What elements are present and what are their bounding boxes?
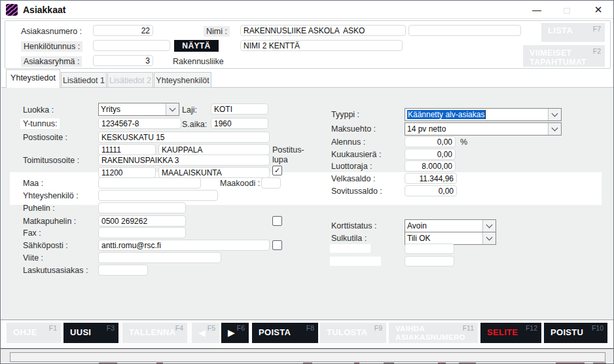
- maakoodi-input[interactable]: [261, 177, 281, 189]
- previous-record-button[interactable]: ◀F5: [192, 323, 219, 343]
- vaihda-asiakasnumero-button[interactable]: VAIHDA ASIAKASNUMEROF11: [389, 323, 478, 343]
- puhelin-label: Puhelin :: [23, 204, 55, 213]
- yhteyshenkilo-label: Yhteyshenkilö :: [23, 191, 79, 200]
- korttistatus-label: Korttistatus :: [331, 221, 376, 230]
- alennus-label: Alennus :: [331, 137, 365, 147]
- window-title: Asiakkaat: [23, 5, 65, 15]
- matkapuhelin-input[interactable]: 0500 269262: [98, 215, 186, 227]
- toimitusosoite-street-input[interactable]: RAKENNUSPAIKKA 3: [98, 155, 270, 166]
- lista-button[interactable]: LISTA F7: [541, 23, 605, 42]
- empty-label-placeholder: [330, 257, 381, 266]
- postituslupa-label: Postitus-lupa: [272, 145, 304, 165]
- henkilotunnus-label: Henkilötunnus :: [21, 41, 82, 52]
- luokka-select[interactable]: Yritys: [98, 103, 179, 116]
- viimeiset-tapahtumat-button[interactable]: VIIMEISET TAPAHTUMAT F2: [523, 45, 605, 67]
- viimeiset-button-label: VIIMEISET TAPAHTUMAT: [530, 48, 587, 67]
- postiosoite-label: Postiosoite :: [23, 133, 67, 142]
- kuukausiera-label: Kuukausierä :: [331, 150, 381, 159]
- customer-header-panel: Asiakasnumero : 22 Nimi : RAKENNUSLIIKE …: [5, 20, 611, 69]
- asiakasnumero-label: Asiakasnumero :: [21, 27, 82, 36]
- laji-label: Laji:: [182, 105, 197, 115]
- nimi-extra-input[interactable]: [408, 25, 521, 36]
- uusi-button[interactable]: UUSIF3: [63, 323, 118, 343]
- chevron-down-icon: [552, 111, 558, 117]
- sahkoposti-label: Sähköposti :: [23, 241, 68, 250]
- ytunnus-input[interactable]: 1234567-8: [98, 118, 181, 129]
- maximize-icon[interactable]: □: [554, 1, 579, 19]
- matkapuhelin-checkbox[interactable]: [272, 216, 282, 226]
- checkmark-icon: ✓: [274, 167, 280, 174]
- yhteyshenkilo-input[interactable]: [98, 190, 218, 201]
- matkapuhelin-label: Matkapuhelin :: [23, 217, 76, 226]
- asiakasryhma-input[interactable]: 3: [93, 55, 153, 66]
- maa-input[interactable]: [98, 177, 201, 189]
- saika-input[interactable]: 1960: [211, 118, 268, 129]
- extra-input-1[interactable]: [405, 244, 454, 254]
- selite-button[interactable]: SELITEF12: [480, 323, 541, 343]
- asiakasnumero-input[interactable]: 22: [93, 25, 153, 36]
- laji-input[interactable]: KOTI: [211, 103, 268, 115]
- fax-label: Fax :: [23, 228, 41, 238]
- tallenna-button[interactable]: TALLENNAF4: [122, 323, 187, 343]
- toimitusosoite-city-input[interactable]: MAALAISKUNTA: [158, 167, 270, 178]
- tab-yhteyshenkilot[interactable]: Yhteyshenkilöt: [154, 72, 211, 88]
- fkey-label: F2: [593, 47, 601, 55]
- sulkutila-label: Sulkutila :: [331, 234, 367, 243]
- velkasaldo-label: Velkasaldo :: [331, 174, 375, 183]
- henkilotunnus-input[interactable]: [93, 40, 170, 51]
- close-icon[interactable]: ✕: [586, 1, 611, 19]
- tab-lisatiedot-1[interactable]: Lisätiedot 1: [61, 72, 107, 88]
- tab-lisatiedot-2: Lisätiedot 2: [107, 72, 153, 88]
- alennus-input[interactable]: 0,00: [405, 136, 456, 147]
- toimitusosoite-label: Toimitusosoite :: [23, 156, 79, 165]
- postiosoite-city-input[interactable]: KAUPPALA: [158, 144, 270, 155]
- tab-yhteystiedot[interactable]: Yhteystiedot: [6, 69, 60, 88]
- viite-input[interactable]: [98, 252, 221, 263]
- poista-button[interactable]: POISTAF8: [252, 323, 318, 343]
- puhelin-input[interactable]: [98, 202, 186, 213]
- laskutusasiakas-input[interactable]: [98, 264, 148, 276]
- postiosoite-street-input[interactable]: KESKUSKATU 15: [98, 132, 270, 143]
- poistu-button[interactable]: POISTUF10: [544, 323, 607, 343]
- title-bar: Asiakkaat — □ ✕: [1, 1, 613, 19]
- maakoodi-label: Maakoodi :: [220, 179, 260, 188]
- nimi-input[interactable]: RAKENNUSLIIKE ASKOLA ASKO: [240, 25, 406, 36]
- asiakasryhma-name-label: Rakennusliike: [173, 57, 224, 66]
- luottoraja-label: Luottoraja :: [331, 162, 372, 171]
- sulkutila-select[interactable]: Tili OK: [405, 232, 496, 245]
- chevron-down-icon: [170, 105, 176, 112]
- fax-input[interactable]: [98, 227, 186, 238]
- korttistatus-select[interactable]: Avoin: [405, 219, 496, 232]
- nimi2-input[interactable]: NIMI 2 KENTTÄ: [240, 40, 403, 51]
- sovitussaldo-label: Sovitussaldo :: [331, 187, 382, 196]
- saika-label: S.aika:: [182, 120, 207, 129]
- maksuehto-select[interactable]: 14 pv netto: [405, 122, 562, 136]
- tulosta-button[interactable]: TULOSTAF9: [320, 323, 386, 343]
- nimi-label: Nimi :: [204, 26, 230, 37]
- luottoraja-input[interactable]: 8.000,00: [405, 160, 456, 172]
- minimize-icon[interactable]: —: [524, 1, 549, 19]
- sovitussaldo-input[interactable]: 0,00: [405, 185, 457, 196]
- lista-button-label: LISTA: [548, 26, 573, 35]
- status-message-field: [10, 352, 605, 362]
- velkasaldo-input[interactable]: 11.344,96: [405, 173, 457, 184]
- arrow-left-icon: ◀: [198, 328, 206, 338]
- nayta-button[interactable]: NÄYTÄ: [174, 40, 219, 52]
- postituslupa-checkbox[interactable]: ✓: [272, 166, 282, 175]
- ohje-button[interactable]: OHJEF1: [7, 323, 61, 343]
- sahkoposti-input[interactable]: antti.romu@rsc.fi: [98, 240, 270, 251]
- empty-label-placeholder: [330, 244, 370, 253]
- kuukausiera-input[interactable]: 0,00: [405, 149, 456, 160]
- toimitusosoite-zip-input[interactable]: 11200: [98, 167, 156, 178]
- viite-label: Viite :: [23, 253, 43, 263]
- next-record-button[interactable]: ▶F6: [221, 323, 249, 343]
- sahkoposti-checkbox[interactable]: [272, 240, 282, 250]
- app-window: Asiakkaat — □ ✕ Asiakasnumero : 22 Nimi …: [0, 0, 614, 364]
- tyyppi-select[interactable]: Käännetty alv-asiakas: [405, 108, 562, 121]
- chevron-down-icon: [552, 125, 558, 132]
- extra-input-2[interactable]: [405, 256, 454, 266]
- postiosoite-zip-input[interactable]: 11111: [98, 144, 156, 155]
- maksuehto-label: Maksuehto :: [331, 124, 376, 134]
- luokka-label: Luokka :: [23, 105, 54, 115]
- fkey-label: F7: [593, 25, 601, 33]
